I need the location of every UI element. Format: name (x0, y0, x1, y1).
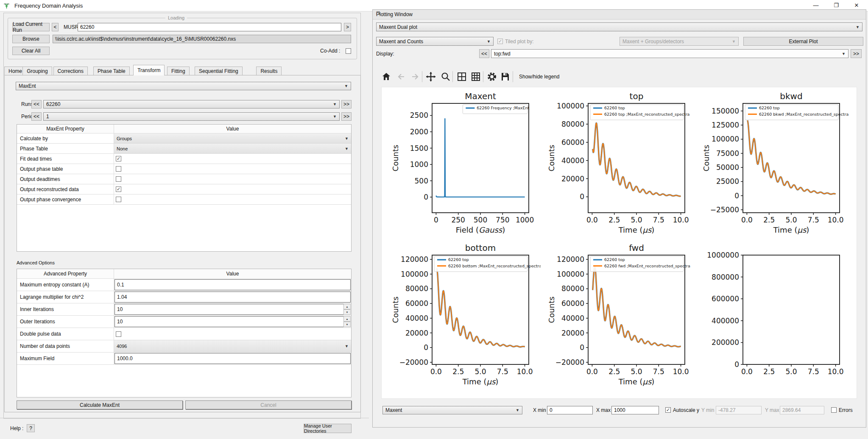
autoscale-y-checkbox[interactable]: ✓ (665, 407, 671, 413)
display-next-button[interactable]: >> (851, 49, 862, 58)
period-combo[interactable]: 1▼ (43, 112, 340, 121)
subplot-grid-icon[interactable] (455, 70, 468, 83)
property-label: Maximum Field (17, 353, 114, 364)
browse-button[interactable]: Browse (12, 35, 50, 43)
svg-text:150000: 150000 (712, 107, 739, 115)
transform-method-combo[interactable]: MaxEnt▼ (16, 82, 351, 90)
property-checkbox[interactable] (116, 166, 121, 172)
property-checkbox[interactable] (116, 176, 121, 182)
run-number-input[interactable]: 62260 (78, 23, 341, 31)
svg-text:1500: 1500 (410, 144, 428, 153)
display-combo[interactable]: top:fwd▼ (491, 49, 848, 58)
property-input[interactable]: 10 (114, 316, 351, 327)
pan-icon[interactable] (424, 70, 437, 83)
spin-buttons[interactable]: ▲▼ (343, 316, 351, 327)
subplot-empty: 0.02.55.07.510.0020000040000060000080000… (695, 242, 851, 393)
property-label: Number of data points (17, 340, 114, 352)
svg-text:2500: 2500 (410, 111, 428, 119)
float-dock-icon[interactable]: ❐ (376, 11, 863, 16)
property-checkbox[interactable]: ✓ (116, 156, 121, 161)
period-prev-button[interactable]: << (31, 112, 42, 121)
errors-checkbox[interactable] (831, 407, 837, 413)
svg-text:0: 0 (734, 192, 739, 200)
xmin-input[interactable]: 0 (547, 406, 593, 414)
plot-selector-combo[interactable]: Maxent Dual plot▼ (376, 22, 862, 31)
manage-user-directories-button[interactable]: Manage User Directories (304, 424, 352, 433)
external-plot-button[interactable]: External Plot (743, 37, 863, 46)
zoom-icon[interactable] (439, 70, 452, 83)
figure-canvas[interactable]: 0250500750100005001000150020002500Maxent… (381, 87, 857, 399)
axes-grid-icon[interactable] (469, 70, 482, 83)
svg-text:0: 0 (734, 360, 739, 369)
svg-text:Time (μs): Time (μs) (773, 225, 809, 234)
subplot-bkwd: 0.02.55.07.510.0−25000025000500007500010… (695, 90, 851, 242)
tiled-by-combo: Maxent + Groups/detectors▼ (620, 37, 739, 46)
run-next-button[interactable]: > (344, 23, 351, 31)
series-line (593, 266, 681, 347)
forward-icon[interactable] (409, 70, 421, 83)
tab-grouping[interactable]: Grouping (22, 67, 52, 75)
plotting-window-titlebar[interactable]: Plotting Window ❐ (373, 10, 866, 19)
property-combo[interactable]: None▼ (114, 144, 351, 153)
options-workspace-combo[interactable]: Maxent▼ (382, 406, 522, 414)
settings-gear-icon[interactable] (486, 70, 498, 83)
toolbar-separator (483, 71, 483, 82)
spin-down-icon[interactable]: ▼ (343, 322, 351, 327)
clear-all-button[interactable]: Clear All (12, 47, 50, 55)
display-prev-button[interactable]: << (479, 49, 489, 58)
tab-results[interactable]: Results (256, 67, 282, 75)
chevron-down-icon: ▼ (856, 25, 860, 29)
tab-phase-table[interactable]: Phase Table (93, 67, 130, 75)
toolbar-separator (513, 71, 513, 82)
tab-corrections[interactable]: Corrections (53, 67, 88, 75)
co-add-checkbox[interactable] (346, 48, 351, 54)
property-input[interactable]: 0.1 (114, 279, 351, 290)
toolbar-separator (422, 71, 422, 82)
spin-up-icon[interactable]: ▲ (343, 304, 351, 309)
table-row: Phase TableNone▼ (17, 144, 351, 154)
home-icon[interactable] (380, 70, 393, 83)
tab-fitting[interactable]: Fitting (167, 67, 190, 75)
back-icon[interactable] (395, 70, 407, 83)
xmax-input[interactable]: 1000 (611, 406, 659, 414)
property-checkbox[interactable] (116, 197, 121, 202)
property-checkbox[interactable] (116, 331, 121, 337)
xmin-label: X min (533, 406, 546, 414)
tab-transform[interactable]: Transform (133, 65, 165, 75)
data-type-combo[interactable]: Maxent and Counts▼ (376, 37, 494, 46)
toolbar-separator (452, 71, 453, 82)
property-label: Output phase convergence (17, 194, 114, 204)
property-combo[interactable]: Groups▼ (114, 133, 351, 143)
svg-text:60000: 60000 (405, 299, 428, 308)
save-icon[interactable] (499, 70, 511, 83)
run-prev-button[interactable]: < (52, 23, 59, 31)
table-row: Fit dead times✓ (17, 154, 351, 164)
property-input[interactable]: 1.04 (114, 292, 351, 303)
errors-label: Errors (839, 406, 853, 414)
ymin-input: -478.27 (716, 406, 762, 414)
load-current-run-button[interactable]: Load Current Run (12, 23, 50, 31)
show-hide-legend-button[interactable]: Show/hide legend (519, 72, 559, 81)
runs-next-button[interactable]: >> (341, 100, 352, 108)
property-input[interactable]: 10 (114, 304, 351, 315)
spin-buttons[interactable]: ▲▼ (343, 304, 351, 315)
tab-sequential-fitting[interactable]: Sequential Fitting (195, 67, 243, 75)
runs-combo[interactable]: 62260▼ (43, 100, 340, 108)
svg-text:20000: 20000 (561, 175, 584, 183)
period-next-button[interactable]: >> (341, 112, 352, 121)
spin-down-icon[interactable]: ▼ (343, 309, 351, 315)
svg-text:1000: 1000 (410, 160, 428, 169)
svg-text:500: 500 (474, 216, 487, 224)
svg-text:100000: 100000 (557, 102, 584, 110)
svg-text:0: 0 (434, 216, 438, 224)
svg-text:−25000: −25000 (710, 206, 739, 214)
calculate-maxent-button[interactable]: Calculate MaxEnt (17, 400, 183, 409)
subplot-container-empty: 0.02.55.07.510.0020000040000060000080000… (695, 242, 851, 395)
runs-prev-button[interactable]: << (31, 100, 42, 108)
property-combo[interactable]: 4096▼ (114, 340, 351, 352)
svg-text:0: 0 (580, 343, 584, 352)
property-checkbox[interactable]: ✓ (116, 186, 121, 192)
spin-up-icon[interactable]: ▲ (343, 316, 351, 322)
help-button[interactable]: ? (27, 424, 35, 432)
property-input[interactable]: 1000.0 (114, 353, 351, 364)
